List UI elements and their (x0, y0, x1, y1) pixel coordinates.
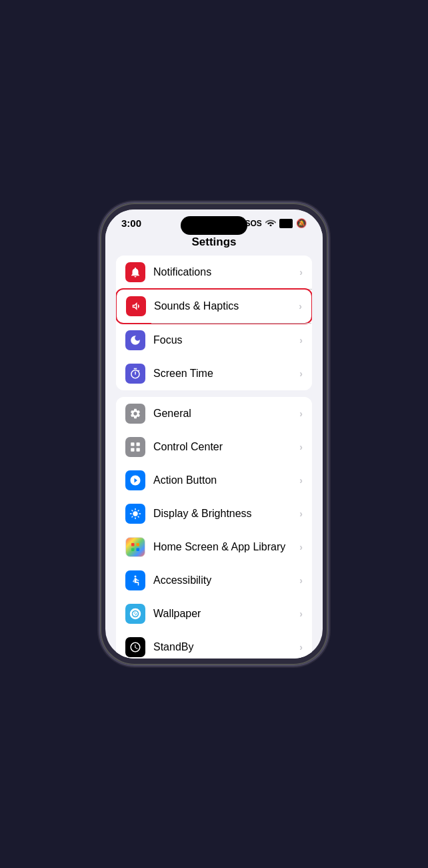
focus-icon (125, 330, 145, 350)
accessibility-chevron: › (299, 575, 303, 586)
standby-icon (125, 637, 145, 657)
settings-row-home-screen[interactable]: Home Screen & App Library › (116, 530, 312, 564)
bell-mute-icon: 🔕 (296, 218, 307, 228)
display-icon (125, 504, 145, 524)
action-button-icon (125, 470, 145, 490)
svg-rect-4 (131, 543, 135, 546)
standby-label: StandBy (153, 641, 299, 653)
svg-rect-2 (137, 442, 140, 446)
screen-time-label: Screen Time (153, 368, 299, 380)
display-chevron: › (299, 508, 303, 519)
svg-point-8 (135, 576, 137, 578)
settings-row-accessibility[interactable]: Accessibility › (116, 564, 312, 597)
svg-rect-1 (131, 448, 134, 452)
sounds-chevron: › (299, 301, 302, 312)
svg-rect-3 (137, 448, 140, 452)
battery-icon: 60 (279, 219, 293, 228)
home-screen-chevron: › (299, 542, 303, 552)
general-label: General (153, 408, 299, 420)
wallpaper-icon (125, 604, 145, 624)
status-time: 3:00 (121, 218, 141, 229)
sounds-icon (126, 296, 146, 316)
settings-group-1: Notifications › Sounds & Haptics › (116, 256, 312, 390)
notifications-label: Notifications (153, 266, 299, 278)
screen-time-chevron: › (299, 368, 303, 379)
notifications-icon (125, 262, 145, 282)
settings-row-wallpaper[interactable]: Wallpaper › (116, 597, 312, 630)
settings-row-sounds[interactable]: Sounds & Haptics › (116, 288, 312, 324)
status-icons: SOS 60 🔕 (245, 218, 307, 228)
sos-status: SOS (245, 219, 261, 228)
settings-row-focus[interactable]: Focus › (116, 324, 312, 357)
settings-row-display[interactable]: Display & Brightness › (116, 497, 312, 530)
general-chevron: › (299, 408, 303, 419)
svg-point-9 (134, 612, 137, 616)
display-label: Display & Brightness (153, 508, 299, 520)
screen-time-icon (125, 364, 145, 384)
home-screen-icon (125, 537, 145, 557)
svg-rect-7 (137, 548, 140, 552)
settings-row-action-button[interactable]: Action Button › (116, 464, 312, 497)
wallpaper-label: Wallpaper (153, 608, 299, 620)
settings-group-2: General › Control Center › Action (116, 397, 312, 659)
svg-rect-6 (131, 548, 135, 552)
settings-row-control-center[interactable]: Control Center › (116, 430, 312, 464)
accessibility-icon (125, 570, 145, 590)
focus-chevron: › (299, 335, 303, 346)
phone-screen: 3:00 SOS 60 🔕 Settings (105, 209, 323, 659)
wifi-icon (265, 218, 276, 228)
sounds-label: Sounds & Haptics (154, 300, 299, 312)
settings-row-screen-time[interactable]: Screen Time › (116, 357, 312, 390)
phone-frame: 3:00 SOS 60 🔕 Settings (100, 203, 328, 665)
page-title: Settings (105, 232, 323, 256)
wallpaper-chevron: › (299, 608, 303, 619)
control-center-icon (125, 437, 145, 457)
status-bar: 3:00 SOS 60 🔕 (105, 209, 323, 232)
settings-row-notifications[interactable]: Notifications › (116, 256, 312, 289)
accessibility-label: Accessibility (153, 574, 299, 586)
action-button-label: Action Button (153, 474, 299, 486)
settings-row-standby[interactable]: StandBy › (116, 630, 312, 659)
general-icon (125, 404, 145, 424)
settings-row-general[interactable]: General › (116, 397, 312, 430)
svg-rect-5 (137, 543, 140, 546)
dynamic-island (181, 216, 247, 235)
control-center-chevron: › (299, 442, 303, 452)
home-screen-label: Home Screen & App Library (153, 541, 299, 553)
control-center-label: Control Center (153, 441, 299, 453)
notifications-chevron: › (299, 267, 303, 278)
focus-label: Focus (153, 334, 299, 346)
svg-rect-0 (131, 442, 134, 446)
action-button-chevron: › (299, 475, 303, 486)
standby-chevron: › (299, 642, 303, 653)
scroll-content[interactable]: Notifications › Sounds & Haptics › (105, 256, 323, 659)
